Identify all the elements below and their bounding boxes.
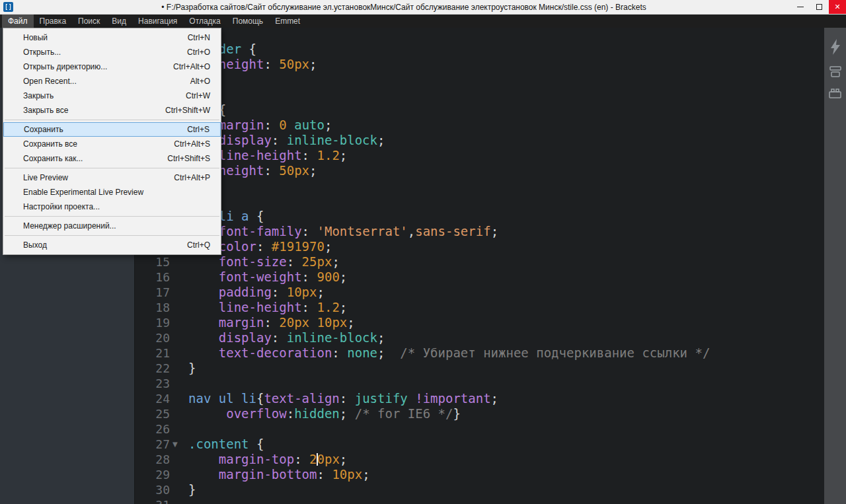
close-button[interactable]: ✕ <box>829 0 846 14</box>
window-title: • F:/Разработка сайтов/Сайт обслуживание… <box>17 3 790 12</box>
menu-item-shortcut: Ctrl+Shift+W <box>165 106 210 115</box>
code-line-5[interactable]: 5nav { <box>135 102 824 118</box>
menu-item-open-recent[interactable]: Open Recent...Alt+O <box>3 74 221 89</box>
menubar-item-emmet[interactable]: Emmet <box>269 15 306 28</box>
code-line-8[interactable]: 8 line-height: 1.2; <box>135 148 824 163</box>
code-line-27[interactable]: 27▼.content { <box>135 437 824 452</box>
code-line-25[interactable]: 25 overflow:hidden; /* for IE6 */} <box>135 406 824 421</box>
line-number: 19 <box>135 315 170 330</box>
menu-separator <box>5 168 219 168</box>
brackets-logo-icon <box>3 2 13 12</box>
code-text: } <box>170 361 196 376</box>
menu-item-save-all[interactable]: Сохранить всеCtrl+Alt+S <box>3 137 221 151</box>
menubar-item-debug[interactable]: Отладка <box>183 15 226 28</box>
code-line-15[interactable]: 15 font-size: 25px; <box>135 254 824 270</box>
code-line-23[interactable]: 23 <box>135 376 824 391</box>
title-bar: • F:/Разработка сайтов/Сайт обслуживание… <box>0 0 846 15</box>
code-text: font-size: 25px; <box>170 254 340 270</box>
code-line-9[interactable]: 9 height: 50px; <box>135 163 824 178</box>
code-line-4[interactable]: 4 <box>135 87 824 102</box>
code-line-2[interactable]: 2 height: 50px; <box>135 57 824 72</box>
menubar-item-navigate[interactable]: Навигация <box>132 15 183 28</box>
menu-item-exit[interactable]: ВыходCtrl+Q <box>3 238 221 252</box>
box-icon[interactable] <box>829 65 842 78</box>
menu-item-shortcut: Ctrl+S <box>187 125 210 134</box>
line-number: 17 <box>135 285 170 300</box>
line-number: 25 <box>135 406 170 421</box>
menubar-item-file[interactable]: Файл <box>2 15 34 28</box>
live-preview-icon[interactable] <box>829 38 842 55</box>
code-line-11[interactable]: 11 <box>135 194 824 209</box>
menubar-item-find[interactable]: Поиск <box>72 15 106 28</box>
menu-item-project-settings[interactable]: Настройки проекта... <box>3 199 221 214</box>
code-line-17[interactable]: 17 padding: 10px; <box>135 285 824 300</box>
code-line-22[interactable]: 22} <box>135 361 824 376</box>
code-line-30[interactable]: 30} <box>135 482 824 497</box>
menu-item-label: Закрыть все <box>23 106 68 115</box>
code-text: display: inline-block; <box>170 330 385 345</box>
menu-item-label: Новый <box>23 33 48 42</box>
menu-item-open-folder[interactable]: Открыть директорию...Ctrl+Alt+O <box>3 59 221 74</box>
menu-item-label: Открыть директорию... <box>23 62 107 71</box>
code-editor[interactable]: 1.header {2 height: 50px;3}45nav {6 marg… <box>135 28 824 504</box>
code-line-10[interactable]: 10} <box>135 178 824 194</box>
code-text <box>170 497 188 504</box>
line-number: 24 <box>135 391 170 406</box>
menu-bar: ФайлПравкаПоискВидНавигацияОтладкаПомощь… <box>0 15 846 28</box>
code-line-20[interactable]: 20 display: inline-block; <box>135 330 824 345</box>
menu-item-save-as[interactable]: Сохранить как...Ctrl+Shift+S <box>3 151 221 166</box>
line-number: 21 <box>135 345 170 361</box>
code-line-1[interactable]: 1.header { <box>135 42 824 57</box>
line-number: 28 <box>135 452 170 467</box>
code-line-26[interactable]: 26 <box>135 421 824 437</box>
code-text: .content { <box>170 437 264 452</box>
menu-item-label: Открыть... <box>23 48 61 57</box>
menu-item-new[interactable]: НовыйCtrl+N <box>3 30 221 45</box>
code-line-3[interactable]: 3} <box>135 72 824 87</box>
code-text: margin-top: 20px; <box>170 452 347 467</box>
menu-item-label: Выход <box>23 240 47 250</box>
code-text: padding: 10px; <box>170 285 325 300</box>
maximize-icon <box>816 4 822 10</box>
code-line-21[interactable]: 21 text-decoration: none; /* Убирает ниж… <box>135 345 824 361</box>
menubar-item-help[interactable]: Помощь <box>227 15 269 28</box>
minimize-button[interactable] <box>790 0 810 14</box>
code-text: nav ul li{text-align: justify !important… <box>170 391 498 406</box>
code-line-16[interactable]: 16 font-weight: 900; <box>135 270 824 285</box>
menu-item-close-all[interactable]: Закрыть всеCtrl+Shift+W <box>3 103 221 118</box>
code-line-29[interactable]: 29 margin-bottom: 10px; <box>135 467 824 482</box>
code-line-24[interactable]: 24nav ul li{text-align: justify !importa… <box>135 391 824 406</box>
extension-manager-icon[interactable] <box>828 88 842 99</box>
text-cursor <box>317 453 318 466</box>
menu-item-open[interactable]: Открыть...Ctrl+O <box>3 45 221 59</box>
menu-item-label: Настройки проекта... <box>23 202 100 211</box>
menu-item-live-preview[interactable]: Live PreviewCtrl+Alt+P <box>3 170 221 185</box>
code-text: overflow:hidden; /* for IE6 */} <box>170 406 461 421</box>
menu-item-experimental-live-preview[interactable]: Enable Experimental Live Preview <box>3 185 221 199</box>
code-line-19[interactable]: 19 margin: 20px 10px; <box>135 315 824 330</box>
menubar-item-view[interactable]: Вид <box>106 15 132 28</box>
code-line-28[interactable]: 28 margin-top: 20px; <box>135 452 824 467</box>
code-text: text-decoration: none; /* Убирает нижнее… <box>170 345 710 361</box>
code-line-31[interactable]: 31 <box>135 497 824 504</box>
line-number: 30 <box>135 482 170 497</box>
menu-item-extension-manager[interactable]: Менеджер расширений... <box>3 219 221 233</box>
minimize-icon <box>797 7 804 7</box>
menu-item-close[interactable]: ЗакрытьCtrl+W <box>3 89 221 103</box>
code-line-7[interactable]: 7 display: inline-block; <box>135 133 824 148</box>
fold-arrow-icon[interactable]: ▼ <box>173 437 178 452</box>
menubar-item-edit[interactable]: Правка <box>34 15 73 28</box>
code-line-18[interactable]: 18 line-height: 1.2; <box>135 300 824 315</box>
code-line-6[interactable]: 6 margin: 0 auto; <box>135 118 824 133</box>
code-line-12[interactable]: 12nav li a { <box>135 209 824 224</box>
maximize-button[interactable] <box>810 0 829 14</box>
line-number: 15 <box>135 254 170 270</box>
menu-item-shortcut: Ctrl+Alt+P <box>174 173 210 182</box>
menu-separator <box>5 216 219 217</box>
menu-item-save[interactable]: СохранитьCtrl+S <box>3 122 221 137</box>
line-number: 29 <box>135 467 170 482</box>
menu-item-shortcut: Ctrl+Alt+S <box>174 139 210 149</box>
code-line-13[interactable]: 13 font-family: 'Montserrat',sans-serif; <box>135 224 824 239</box>
menu-item-shortcut: Ctrl+Alt+O <box>173 62 210 71</box>
code-line-14[interactable]: 14 color: #191970; <box>135 239 824 254</box>
